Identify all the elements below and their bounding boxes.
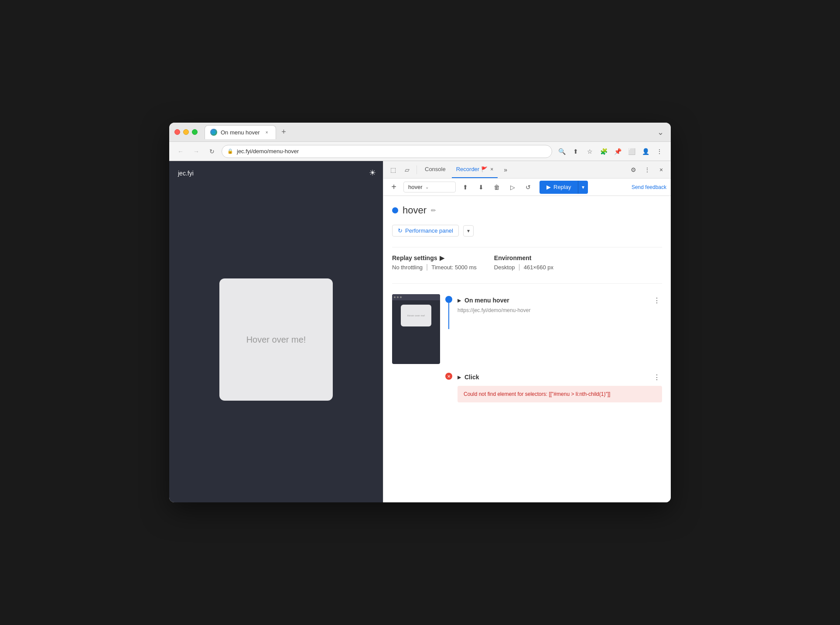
address-text: jec.fyi/demo/menu-hover <box>237 148 299 155</box>
step-2-status-dot: ✕ <box>445 373 452 380</box>
thumb-card: Hover over me! <box>401 305 431 326</box>
add-recording-btn[interactable]: + <box>388 181 400 193</box>
step-2-title: Click <box>464 374 479 381</box>
address-bar[interactable]: 🔒 jec.fyi/demo/menu-hover <box>222 145 552 158</box>
tab-bar: 🌐 On menu hover × + ⌄ <box>205 125 666 139</box>
recording-select[interactable]: hover ⌄ <box>403 182 456 192</box>
title-bar: 🌐 On menu hover × + ⌄ <box>169 123 671 142</box>
toolbar-end: ⚙ ⋮ × <box>627 164 667 176</box>
send-feedback-link[interactable]: Send feedback <box>632 184 666 190</box>
tab-recorder[interactable]: Recorder 🚩 × <box>452 161 498 178</box>
recording-title: hover <box>403 205 427 216</box>
settings-divider-2: | <box>519 263 520 271</box>
bookmark-icon-btn[interactable]: ☆ <box>584 145 596 158</box>
replay-button-label: Replay <box>553 184 571 190</box>
replay-dropdown-btn[interactable]: ▾ <box>578 181 588 194</box>
maximize-window-button[interactable] <box>192 129 198 135</box>
recording-active-dot <box>392 207 398 213</box>
active-tab[interactable]: 🌐 On menu hover × <box>205 125 276 139</box>
more-tabs-btn[interactable]: » <box>499 164 512 176</box>
replay-settings-title[interactable]: Replay settings ▶ <box>392 254 477 261</box>
tab-favicon-icon: 🌐 <box>210 129 217 136</box>
reload-button[interactable]: ↻ <box>206 145 218 158</box>
close-window-button[interactable] <box>174 129 180 135</box>
thumb-dot-1 <box>394 296 396 298</box>
settings-col-right: Environment Desktop | 461×660 px <box>494 254 553 271</box>
devtools-panel: ⬚ ▱ Console Recorder 🚩 × » ⚙ ⋮ × <box>383 161 671 502</box>
export-btn[interactable]: ⬆ <box>459 181 471 193</box>
step-1-expand-btn[interactable]: ▶ <box>458 298 461 303</box>
thumb-dot-3 <box>400 296 402 298</box>
throttling-value: No throttling <box>392 264 423 271</box>
device-toggle-btn[interactable]: ▱ <box>401 164 413 176</box>
nav-icons: 🔍 ⬆ ☆ 🧩 📌 ⬜ 👤 ⋮ <box>556 145 666 158</box>
steps-section: Hover over me! ▶ <box>392 283 662 406</box>
back-button[interactable]: ← <box>174 145 187 158</box>
performance-panel-icon: ↻ <box>398 227 403 234</box>
import-btn[interactable]: ⬇ <box>475 181 487 193</box>
step-2-error-box: Could not find element for selectors: [[… <box>458 386 662 402</box>
step-2-more-btn[interactable]: ⋮ <box>652 372 662 382</box>
environment-label: Environment <box>494 254 532 261</box>
lock-icon: 🔒 <box>227 148 233 154</box>
step-2-expand-btn[interactable]: ▶ <box>458 374 461 380</box>
recording-header: hover ✏ <box>392 205 662 216</box>
desktop-value: Desktop <box>494 264 515 271</box>
forward-button[interactable]: → <box>190 145 202 158</box>
replay-toggle-btn[interactable]: ↺ <box>522 181 534 193</box>
step-1-timeline <box>445 294 452 329</box>
tab-recorder-close[interactable]: × <box>490 166 493 172</box>
tab-console[interactable]: Console <box>420 161 450 178</box>
search-icon-btn[interactable]: 🔍 <box>556 145 568 158</box>
thumb-dot-2 <box>397 296 399 298</box>
devtools-close-btn[interactable]: × <box>655 164 667 176</box>
step-play-btn[interactable]: ▷ <box>506 181 519 193</box>
element-picker-btn[interactable]: ⬚ <box>387 164 399 176</box>
replay-button[interactable]: ▶ Replay <box>540 181 578 194</box>
new-tab-button[interactable]: + <box>278 126 290 138</box>
pin-icon-btn[interactable]: 📌 <box>611 145 624 158</box>
thumb-content: Hover over me! <box>392 300 440 331</box>
performance-panel-btn[interactable]: ↻ Performance panel <box>392 225 459 237</box>
step-1-timeline-line <box>448 303 449 329</box>
settings-divider-1: | <box>426 263 428 271</box>
recorder-toolbar: + hover ⌄ ⬆ ⬇ 🗑 ▷ ↺ ▶ Replay ▾ Send fee <box>383 179 671 196</box>
extensions-icon-btn[interactable]: 🧩 <box>598 145 610 158</box>
profile-icon-btn[interactable]: 👤 <box>639 145 652 158</box>
main-area: jec.fyi ☀ Hover over me! ⬚ ▱ Console Rec… <box>169 161 671 502</box>
step-1-title-row: ▶ On menu hover ⋮ <box>458 295 662 306</box>
edit-title-icon[interactable]: ✏ <box>431 207 436 214</box>
resolution-value: 461×660 px <box>524 264 553 271</box>
performance-panel-dropdown-btn[interactable]: ▾ <box>463 225 474 237</box>
tab-title: On menu hover <box>221 129 260 136</box>
devtools-settings-btn[interactable]: ⚙ <box>627 164 639 176</box>
minimize-window-button[interactable] <box>183 129 189 135</box>
tab-close-button[interactable]: × <box>263 129 270 136</box>
step-1-url: https://jec.fyi/demo/menu-hover <box>458 307 662 313</box>
replay-play-icon: ▶ <box>546 184 551 190</box>
delete-btn[interactable]: 🗑 <box>491 181 503 193</box>
step-1-info: ▶ On menu hover ⋮ https://jec.fyi/demo/m… <box>458 294 662 317</box>
replay-settings-section: Replay settings ▶ No throttling | Timeou… <box>392 247 662 276</box>
step-2-timeline: ✕ <box>445 371 452 380</box>
table-row: Hover over me! ▶ <box>392 291 662 367</box>
devtools-more-options-btn[interactable]: ⋮ <box>641 164 653 176</box>
theme-toggle-icon[interactable]: ☀ <box>369 168 376 178</box>
step-2-info: ▶ Click ⋮ Could not find element for sel… <box>458 371 662 402</box>
hover-card-text: Hover over me! <box>246 335 306 345</box>
page-content: jec.fyi ☀ Hover over me! <box>169 161 383 502</box>
browser-menu-btn[interactable]: ⋮ <box>653 145 666 158</box>
window-icon-btn[interactable]: ⬜ <box>625 145 638 158</box>
step-2-error-text: Could not find element for selectors: [[… <box>464 390 656 398</box>
share-icon-btn[interactable]: ⬆ <box>570 145 582 158</box>
page-logo: jec.fyi <box>178 170 374 177</box>
tab-overflow-icon[interactable]: ⌄ <box>656 126 666 139</box>
tab-console-label: Console <box>425 166 446 172</box>
step-2-title-row: ▶ Click ⋮ <box>458 372 662 382</box>
settings-expand-triangle: ▶ <box>440 254 444 261</box>
step-1-more-btn[interactable]: ⋮ <box>652 295 662 306</box>
selected-recording-name: hover <box>408 184 423 190</box>
hover-card[interactable]: Hover over me! <box>219 278 333 401</box>
recorder-flag-icon: 🚩 <box>481 166 488 172</box>
settings-title-text: Replay settings <box>392 254 437 261</box>
